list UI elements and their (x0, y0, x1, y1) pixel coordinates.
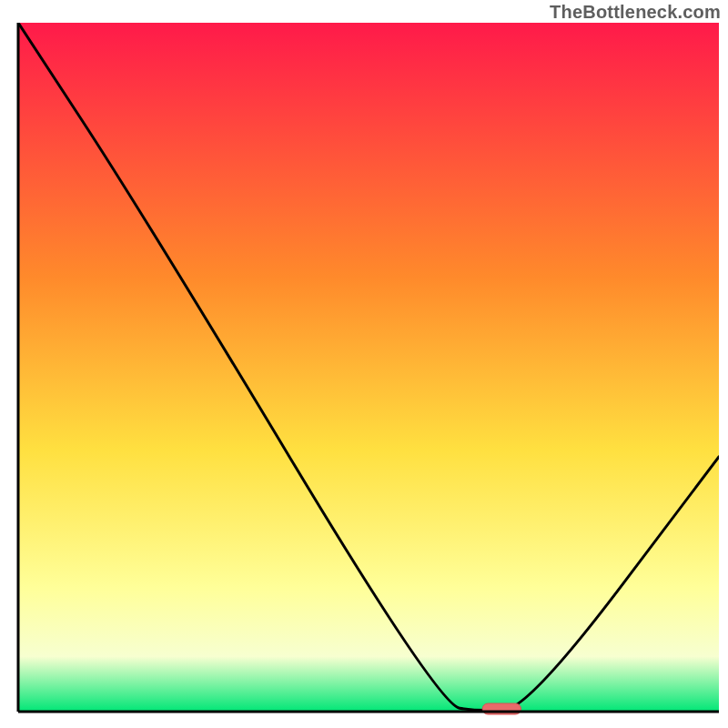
chart-container: { "watermark": "TheBottleneck.com", "col… (0, 0, 728, 728)
plot-background (18, 23, 719, 712)
bottleneck-chart (0, 0, 728, 728)
watermark: TheBottleneck.com (550, 2, 721, 23)
